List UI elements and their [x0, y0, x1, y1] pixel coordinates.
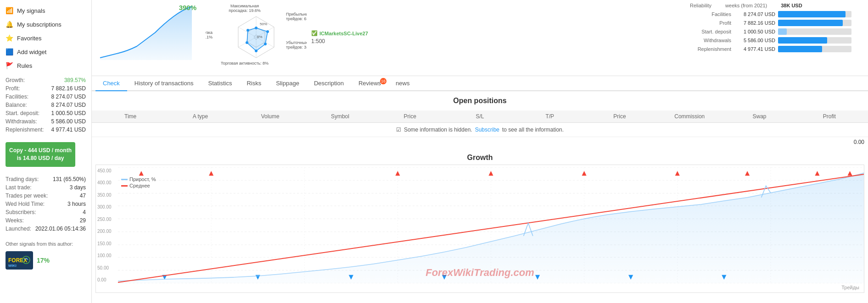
svg-text:депозита: 19.1%: депозита: 19.1%: [206, 35, 213, 39]
reviews-badge: 16: [380, 78, 386, 84]
sidebar-item-rules[interactable]: 🚩 Rules: [0, 59, 91, 72]
col-price1: Price: [375, 113, 445, 120]
tab-statistics[interactable]: Statistics: [201, 76, 239, 91]
radar-label-activity: Торговая активность: 8%: [221, 61, 269, 66]
tab-slippage[interactable]: Slippage: [269, 76, 307, 91]
svg-text:0%: 0%: [257, 35, 263, 39]
growth-pct-label: 390%: [179, 4, 196, 11]
subscriptions-icon: 🔔: [6, 21, 13, 28]
svg-marker-44: [582, 171, 587, 176]
widget-icon: 🟦: [6, 48, 13, 55]
sidebar-stats2: Trading days: 131 (65.50%) Last trade: 3…: [0, 171, 91, 237]
svg-marker-43: [488, 171, 493, 176]
svg-point-18: [255, 50, 258, 52]
svg-text:50%: 50%: [260, 22, 267, 26]
author-section: Other signals from this author:: [0, 237, 91, 251]
top-section: 390% Максимальная пр: [92, 0, 868, 76]
growth-section: Growth 450.00 400.00 350.00 300.00 250.0…: [92, 147, 868, 303]
author-logo: FOREX WIKI: [6, 251, 33, 270]
account-name-row: ✅ ICMarketsSC-Live27: [311, 30, 385, 36]
svg-point-15: [255, 27, 258, 29]
account-info: ✅ ICMarketsSC-Live27 1:500: [311, 3, 385, 44]
svg-marker-47: [815, 171, 819, 176]
favorites-icon: ⭐: [6, 34, 13, 42]
col-price2: Price: [585, 113, 655, 120]
col-time: Time: [95, 113, 165, 120]
positions-info-row: ☑ Some information is hidden. Subscribe …: [92, 123, 868, 137]
svg-marker-48: [847, 171, 852, 176]
mini-growth-chart: [95, 3, 196, 62]
svg-point-17: [264, 43, 267, 45]
svg-point-16: [266, 30, 269, 33]
bar-start-deposit: Start. deposit 1 000.50 USD: [690, 28, 864, 35]
col-commission: Commission: [655, 113, 724, 120]
positions-value-row: 0.00: [92, 137, 868, 147]
positions-table-header: Time A type Volume Symbol Price S/L T/P …: [92, 110, 868, 123]
trades-label: Трейды: [841, 285, 859, 290]
svg-marker-41: [209, 171, 213, 176]
radar-chart: Максимальная просадка: 19.6% Прибыльных …: [206, 3, 307, 72]
growth-chart-container: 450.00 400.00 350.00 300.00 250.00 200.0…: [95, 165, 864, 293]
author-pct: 17%: [37, 257, 50, 264]
right-bars: Reliability weeks (from 2021) 38K USD Fa…: [690, 3, 864, 55]
col-profit: Profit: [795, 113, 864, 120]
col-atype: A type: [165, 113, 235, 120]
radar-section: Максимальная просадка: 19.6% Прибыльных …: [206, 3, 307, 73]
col-sl: S/L: [445, 113, 515, 120]
chart-legend: Прирост, % Среднее: [121, 176, 156, 188]
sidebar-item-subscriptions[interactable]: 🔔 My subscriptions: [0, 17, 91, 31]
tab-history[interactable]: History of transactions: [127, 76, 201, 91]
rules-icon: 🚩: [6, 62, 13, 69]
checkbox-info: ☑: [396, 127, 401, 133]
account-name: ICMarketsSC-Live27: [319, 31, 368, 36]
growth-svg: [118, 167, 864, 283]
svg-marker-42: [395, 171, 400, 176]
sidebar-item-favorites[interactable]: ⭐ Favorites: [0, 31, 91, 45]
subscribe-link[interactable]: Subscribe: [475, 127, 499, 133]
svg-text:FOREX: FOREX: [8, 257, 27, 264]
svg-marker-45: [675, 171, 680, 176]
svg-text:трейдов: 34.1%: трейдов: 34.1%: [286, 45, 307, 50]
svg-text:просадка: 19.6%: просадка: 19.6%: [229, 8, 260, 13]
tabs-bar: Check History of transactions Statistics…: [92, 76, 868, 91]
mini-chart-area: 390%: [95, 3, 201, 64]
growth-title: Growth: [95, 151, 864, 165]
verified-icon: ✅: [311, 30, 318, 36]
col-tp: T/P: [515, 113, 585, 120]
signals-icon: 📶: [6, 7, 13, 14]
bar-withdrawals: Withdrawals 5 586.00 USD: [690, 37, 864, 44]
watermark: ForexWikiTrading.com: [426, 267, 534, 279]
author-logo-row: FOREX WIKI 17%: [0, 251, 91, 273]
y-axis: 450.00 400.00 350.00 300.00 250.00 200.0…: [96, 167, 117, 283]
svg-point-20: [246, 29, 249, 32]
col-swap: Swap: [724, 113, 794, 120]
radar-label-profit: Прибыльных: [286, 12, 307, 17]
bar-facilities: Facilities 8 274.07 USD: [690, 11, 864, 17]
svg-marker-40: [139, 171, 144, 176]
tab-description[interactable]: Description: [307, 76, 351, 91]
leverage: 1:500: [311, 38, 385, 44]
bar-replenishment: Replenishment 4 977.41 USD: [690, 46, 864, 52]
sidebar-item-my-signals[interactable]: 📶 My signals: [0, 4, 91, 17]
bar-profit: Profit 7 882.16 USD: [690, 20, 864, 26]
svg-marker-14: [247, 28, 268, 51]
copy-button[interactable]: Copy - 444 USD / month is 14.80 USD / da…: [6, 142, 75, 167]
svg-marker-46: [745, 171, 750, 176]
open-positions-title: Open positions: [92, 91, 868, 110]
tab-reviews[interactable]: Reviews 16: [351, 76, 388, 91]
tab-check[interactable]: Check: [95, 76, 127, 91]
col-volume: Volume: [235, 113, 305, 120]
sidebar: 📶 My signals 🔔 My subscriptions ⭐ Favori…: [0, 0, 92, 303]
tab-news[interactable]: news: [388, 76, 417, 91]
open-positions-section: Open positions Time A type Volume Symbol…: [92, 91, 868, 147]
svg-point-19: [246, 41, 248, 44]
legend-growth-line: [121, 179, 128, 180]
sidebar-item-add-widget[interactable]: 🟦 Add widget: [0, 45, 91, 59]
tab-risks[interactable]: Risks: [239, 76, 269, 91]
radar-label-loss: Убыточных: [286, 40, 307, 45]
radar-label-maxload: Макс. загрузка: [206, 30, 213, 35]
legend-avg-line: [121, 185, 128, 187]
radar-label-maxdd: Максимальная: [230, 4, 259, 8]
sidebar-stats: Growth: 389.57% Profit: 7 882.16 USD Fac…: [0, 72, 91, 138]
profit-total: 0.00: [795, 139, 864, 145]
